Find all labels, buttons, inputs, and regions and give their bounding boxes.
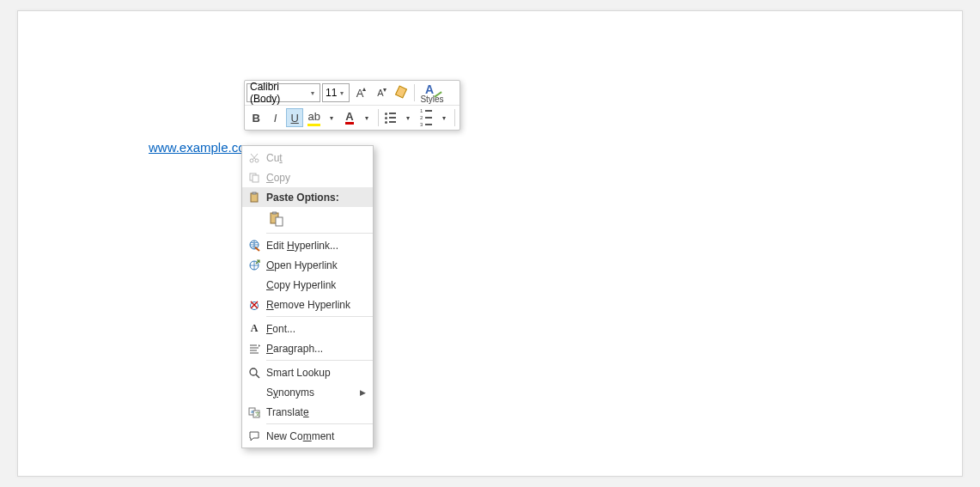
magnifier-icon <box>242 367 266 379</box>
chevron-down-icon[interactable]: ▾ <box>401 108 416 127</box>
italic-button[interactable]: I <box>266 108 283 127</box>
menu-copy[interactable]: Copy <box>242 167 373 187</box>
svg-point-11 <box>251 301 259 309</box>
menu-label: Paste Options: <box>266 192 366 204</box>
comment-icon <box>242 430 266 442</box>
menu-label: Copy Hyperlink <box>266 279 366 291</box>
hyperlink-text[interactable]: www.example.com <box>149 140 256 155</box>
separator <box>378 109 379 126</box>
chevron-right-icon: ▶ <box>360 388 366 397</box>
bullets-icon <box>385 113 396 124</box>
menu-remove-hyperlink[interactable]: Remove Hyperlink <box>242 295 373 314</box>
paragraph-icon <box>242 343 266 355</box>
brush-icon <box>395 87 407 99</box>
menu-label: Remove Hyperlink <box>266 299 366 311</box>
styles-button[interactable]: A Styles <box>417 82 447 104</box>
bullets-button[interactable] <box>382 108 399 127</box>
font-name-combo[interactable]: Calibri (Body) ▾ <box>247 83 320 102</box>
grow-font-button[interactable]: A▴ <box>350 83 369 102</box>
menu-font[interactable]: A Font... <box>242 319 373 338</box>
translate-icon: a文 <box>242 406 266 418</box>
menu-copy-hyperlink[interactable]: Copy Hyperlink <box>242 275 373 295</box>
clipboard-icon <box>242 192 266 204</box>
remove-link-icon <box>242 299 266 311</box>
paste-keep-source-button[interactable] <box>266 209 287 229</box>
bold-button[interactable]: B <box>247 108 265 127</box>
menu-label: New Comment <box>266 430 366 442</box>
menu-synonyms[interactable]: Synonyms ▶ <box>242 382 373 402</box>
shrink-font-button[interactable]: A▾ <box>371 83 390 102</box>
menu-label: Open Hyperlink <box>266 259 366 271</box>
paste-icon <box>269 211 284 227</box>
menu-smart-lookup[interactable]: Smart Lookup <box>242 362 373 382</box>
separator <box>266 233 373 234</box>
globe-link-icon <box>242 240 266 252</box>
menu-label: Smart Lookup <box>266 367 366 379</box>
chevron-down-icon[interactable]: ▾ <box>436 108 451 127</box>
app-viewport: www.example.com Calibri (Body) ▾ 11 ▾ A▴… <box>0 0 980 487</box>
chevron-down-icon[interactable]: ▾ <box>360 108 374 127</box>
separator <box>266 316 373 317</box>
underline-button[interactable]: U <box>286 108 304 127</box>
menu-open-hyperlink[interactable]: Open Hyperlink <box>242 255 373 275</box>
menu-label: Copy <box>266 172 366 184</box>
chevron-down-icon[interactable]: ▾ <box>338 84 346 101</box>
svg-rect-3 <box>253 175 259 182</box>
menu-label: Font... <box>266 323 366 335</box>
font-icon: A <box>242 322 266 335</box>
separator <box>266 360 373 361</box>
copy-icon <box>242 172 266 184</box>
font-name-value: Calibri (Body) <box>250 81 309 105</box>
scissors-icon <box>242 152 266 164</box>
separator <box>266 423 373 424</box>
svg-rect-7 <box>273 212 277 214</box>
document-page[interactable]: www.example.com Calibri (Body) ▾ 11 ▾ A▴… <box>17 10 963 477</box>
globe-open-icon <box>242 259 266 271</box>
svg-rect-8 <box>276 217 283 226</box>
highlight-color-button[interactable]: ab <box>305 108 322 127</box>
styles-icon: A <box>423 82 441 94</box>
menu-label: Translate <box>266 406 366 418</box>
menu-new-comment[interactable]: New Comment <box>242 426 373 446</box>
format-painter-button[interactable] <box>392 83 411 102</box>
font-color-button[interactable]: A <box>341 108 358 127</box>
menu-translate[interactable]: a文 Translate <box>242 402 373 422</box>
separator <box>454 109 455 126</box>
menu-paste-options-header: Paste Options: <box>242 187 373 207</box>
menu-label: Paragraph... <box>266 343 366 355</box>
menu-paragraph[interactable]: Paragraph... <box>242 338 373 358</box>
numbering-icon: 1 2 3 <box>420 108 432 127</box>
mini-toolbar: Calibri (Body) ▾ 11 ▾ A▴ A▾ A Styles B I <box>244 80 460 131</box>
chevron-down-icon[interactable]: ▾ <box>325 108 339 127</box>
svg-point-12 <box>250 368 257 375</box>
chevron-down-icon[interactable]: ▾ <box>309 84 317 101</box>
svg-text:文: 文 <box>255 411 260 417</box>
context-menu: Cut Copy Paste Options: <box>241 145 374 448</box>
menu-edit-hyperlink[interactable]: Edit Hyperlink... <box>242 235 373 255</box>
paste-options-row <box>242 207 373 231</box>
menu-label: Cut <box>266 152 366 164</box>
menu-cut[interactable]: Cut <box>242 148 373 167</box>
separator <box>414 84 415 101</box>
menu-label: Edit Hyperlink... <box>266 240 366 252</box>
menu-label: Synonyms <box>266 387 360 399</box>
font-size-value: 11 <box>326 87 337 99</box>
font-size-combo[interactable]: 11 ▾ <box>322 83 350 102</box>
svg-rect-5 <box>253 192 256 194</box>
numbering-button[interactable]: 1 2 3 <box>417 108 435 127</box>
